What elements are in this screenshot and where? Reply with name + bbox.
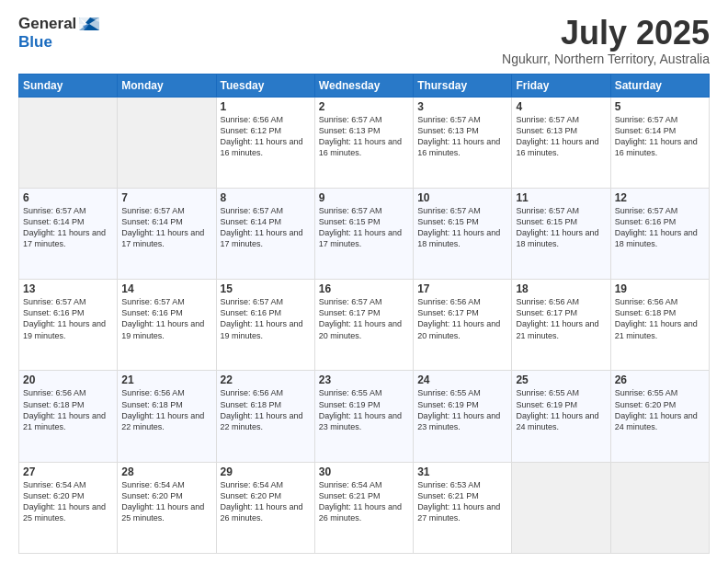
calendar-cell: 3Sunrise: 6:57 AM Sunset: 6:13 PM Daylig… — [414, 97, 512, 188]
calendar-cell: 25Sunrise: 6:55 AM Sunset: 6:19 PM Dayli… — [512, 371, 610, 462]
day-number: 7 — [121, 191, 211, 204]
day-number: 13 — [23, 282, 113, 295]
calendar-header-monday: Monday — [118, 74, 216, 97]
calendar-week-row: 13Sunrise: 6:57 AM Sunset: 6:16 PM Dayli… — [19, 280, 710, 371]
calendar-cell: 21Sunrise: 6:56 AM Sunset: 6:18 PM Dayli… — [118, 371, 216, 462]
calendar-cell: 30Sunrise: 6:54 AM Sunset: 6:21 PM Dayli… — [314, 462, 413, 553]
calendar-week-row: 27Sunrise: 6:54 AM Sunset: 6:20 PM Dayli… — [19, 462, 710, 553]
day-info: Sunrise: 6:57 AM Sunset: 6:14 PM Dayligh… — [221, 205, 311, 250]
day-number: 16 — [319, 282, 409, 295]
day-number: 5 — [615, 100, 705, 113]
day-number: 21 — [121, 373, 211, 386]
day-number: 18 — [516, 282, 606, 295]
day-info: Sunrise: 6:56 AM Sunset: 6:18 PM Dayligh… — [615, 296, 705, 341]
day-number: 6 — [23, 191, 113, 204]
day-info: Sunrise: 6:54 AM Sunset: 6:20 PM Dayligh… — [23, 479, 113, 524]
day-info: Sunrise: 6:55 AM Sunset: 6:19 PM Dayligh… — [417, 387, 507, 432]
calendar-cell: 31Sunrise: 6:53 AM Sunset: 6:21 PM Dayli… — [414, 462, 512, 553]
day-info: Sunrise: 6:57 AM Sunset: 6:16 PM Dayligh… — [121, 296, 211, 341]
day-number: 9 — [319, 191, 409, 204]
day-info: Sunrise: 6:54 AM Sunset: 6:21 PM Dayligh… — [319, 479, 409, 524]
location-subtitle: Ngukurr, Northern Territory, Australia — [502, 52, 710, 66]
calendar-header-saturday: Saturday — [610, 74, 709, 97]
calendar-cell: 7Sunrise: 6:57 AM Sunset: 6:14 PM Daylig… — [118, 188, 216, 279]
day-info: Sunrise: 6:56 AM Sunset: 6:12 PM Dayligh… — [221, 114, 311, 159]
day-info: Sunrise: 6:57 AM Sunset: 6:16 PM Dayligh… — [23, 296, 113, 341]
calendar-header-wednesday: Wednesday — [314, 74, 413, 97]
calendar-header-thursday: Thursday — [414, 74, 512, 97]
day-number: 27 — [23, 465, 113, 478]
day-number: 23 — [319, 373, 409, 386]
calendar-cell: 1Sunrise: 6:56 AM Sunset: 6:12 PM Daylig… — [216, 97, 314, 188]
day-info: Sunrise: 6:57 AM Sunset: 6:17 PM Dayligh… — [319, 296, 409, 341]
day-info: Sunrise: 6:57 AM Sunset: 6:14 PM Dayligh… — [615, 114, 705, 159]
calendar-cell: 2Sunrise: 6:57 AM Sunset: 6:13 PM Daylig… — [314, 97, 413, 188]
calendar-header-sunday: Sunday — [19, 74, 118, 97]
day-info: Sunrise: 6:57 AM Sunset: 6:13 PM Dayligh… — [319, 114, 409, 159]
calendar-cell: 5Sunrise: 6:57 AM Sunset: 6:14 PM Daylig… — [610, 97, 709, 188]
day-info: Sunrise: 6:57 AM Sunset: 6:14 PM Dayligh… — [121, 205, 211, 250]
day-info: Sunrise: 6:56 AM Sunset: 6:17 PM Dayligh… — [516, 296, 606, 341]
title-section: July 2025 Ngukurr, Northern Territory, A… — [502, 15, 710, 66]
logo-general: General — [18, 15, 76, 33]
calendar-cell: 12Sunrise: 6:57 AM Sunset: 6:16 PM Dayli… — [610, 188, 709, 279]
day-number: 11 — [516, 191, 606, 204]
calendar-cell: 29Sunrise: 6:54 AM Sunset: 6:20 PM Dayli… — [216, 462, 314, 553]
calendar-table: SundayMondayTuesdayWednesdayThursdayFrid… — [18, 74, 710, 554]
day-info: Sunrise: 6:57 AM Sunset: 6:15 PM Dayligh… — [516, 205, 606, 250]
calendar-cell: 18Sunrise: 6:56 AM Sunset: 6:17 PM Dayli… — [512, 280, 610, 371]
day-number: 25 — [516, 373, 606, 386]
calendar-cell: 26Sunrise: 6:55 AM Sunset: 6:20 PM Dayli… — [610, 371, 709, 462]
calendar-cell: 4Sunrise: 6:57 AM Sunset: 6:13 PM Daylig… — [512, 97, 610, 188]
calendar-cell: 23Sunrise: 6:55 AM Sunset: 6:19 PM Dayli… — [314, 371, 413, 462]
calendar-cell: 27Sunrise: 6:54 AM Sunset: 6:20 PM Dayli… — [19, 462, 118, 553]
day-number: 29 — [221, 465, 311, 478]
calendar-cell: 6Sunrise: 6:57 AM Sunset: 6:14 PM Daylig… — [19, 188, 118, 279]
day-info: Sunrise: 6:57 AM Sunset: 6:16 PM Dayligh… — [221, 296, 311, 341]
header: General Blue July 2025 Ngukurr, Northern… — [18, 15, 710, 66]
day-info: Sunrise: 6:54 AM Sunset: 6:20 PM Dayligh… — [221, 479, 311, 524]
calendar-week-row: 1Sunrise: 6:56 AM Sunset: 6:12 PM Daylig… — [19, 97, 710, 188]
day-info: Sunrise: 6:54 AM Sunset: 6:20 PM Dayligh… — [121, 479, 211, 524]
calendar-cell: 22Sunrise: 6:56 AM Sunset: 6:18 PM Dayli… — [216, 371, 314, 462]
day-info: Sunrise: 6:56 AM Sunset: 6:18 PM Dayligh… — [121, 387, 211, 432]
day-number: 20 — [23, 373, 113, 386]
day-number: 15 — [221, 282, 311, 295]
calendar-cell: 20Sunrise: 6:56 AM Sunset: 6:18 PM Dayli… — [19, 371, 118, 462]
calendar-cell: 8Sunrise: 6:57 AM Sunset: 6:14 PM Daylig… — [216, 188, 314, 279]
day-info: Sunrise: 6:55 AM Sunset: 6:19 PM Dayligh… — [516, 387, 606, 432]
calendar-cell — [118, 97, 216, 188]
calendar-cell: 28Sunrise: 6:54 AM Sunset: 6:20 PM Dayli… — [118, 462, 216, 553]
calendar-cell — [512, 462, 610, 553]
calendar-cell — [610, 462, 709, 553]
calendar-cell: 9Sunrise: 6:57 AM Sunset: 6:15 PM Daylig… — [314, 188, 413, 279]
day-info: Sunrise: 6:57 AM Sunset: 6:13 PM Dayligh… — [417, 114, 507, 159]
day-number: 4 — [516, 100, 606, 113]
day-number: 1 — [221, 100, 311, 113]
calendar-cell — [19, 97, 118, 188]
day-number: 26 — [615, 373, 705, 386]
logo-icon — [79, 17, 99, 30]
calendar-cell: 13Sunrise: 6:57 AM Sunset: 6:16 PM Dayli… — [19, 280, 118, 371]
calendar-header-tuesday: Tuesday — [216, 74, 314, 97]
calendar-cell: 15Sunrise: 6:57 AM Sunset: 6:16 PM Dayli… — [216, 280, 314, 371]
logo: General Blue — [18, 15, 99, 52]
day-info: Sunrise: 6:55 AM Sunset: 6:20 PM Dayligh… — [615, 387, 705, 432]
day-number: 14 — [121, 282, 211, 295]
calendar-cell: 16Sunrise: 6:57 AM Sunset: 6:17 PM Dayli… — [314, 280, 413, 371]
day-info: Sunrise: 6:56 AM Sunset: 6:18 PM Dayligh… — [221, 387, 311, 432]
calendar-cell: 14Sunrise: 6:57 AM Sunset: 6:16 PM Dayli… — [118, 280, 216, 371]
day-info: Sunrise: 6:57 AM Sunset: 6:15 PM Dayligh… — [319, 205, 409, 250]
day-number: 31 — [417, 465, 507, 478]
day-number: 17 — [417, 282, 507, 295]
day-number: 19 — [615, 282, 705, 295]
day-info: Sunrise: 6:53 AM Sunset: 6:21 PM Dayligh… — [417, 479, 507, 524]
day-number: 12 — [615, 191, 705, 204]
day-number: 8 — [221, 191, 311, 204]
logo-blue: Blue — [18, 33, 52, 51]
day-number: 24 — [417, 373, 507, 386]
calendar-cell: 11Sunrise: 6:57 AM Sunset: 6:15 PM Dayli… — [512, 188, 610, 279]
day-info: Sunrise: 6:57 AM Sunset: 6:14 PM Dayligh… — [23, 205, 113, 250]
day-info: Sunrise: 6:56 AM Sunset: 6:18 PM Dayligh… — [23, 387, 113, 432]
day-info: Sunrise: 6:57 AM Sunset: 6:16 PM Dayligh… — [615, 205, 705, 250]
